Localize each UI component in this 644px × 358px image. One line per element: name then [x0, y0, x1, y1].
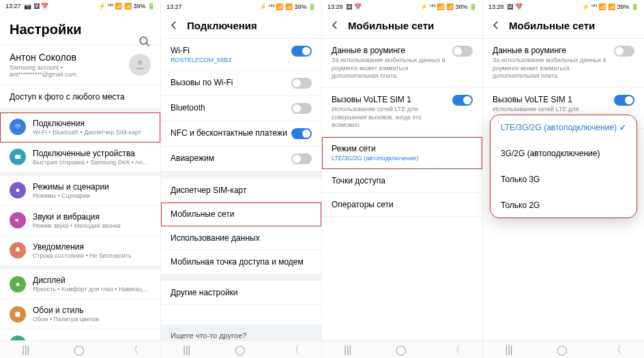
svg-rect-3: [15, 155, 20, 159]
roaming-toggle[interactable]: [452, 46, 473, 57]
roaming-toggle[interactable]: [614, 46, 634, 57]
screen-settings: 13:27 📷 🖼 📅 ⚡ ᴴᴰ 📶 📶 39% 🔋 Настройки Ант…: [0, 0, 161, 358]
status-right: ⚡ ᴴᴰ 📶 📶 39% 🔋: [98, 3, 155, 10]
row-network-mode[interactable]: Режим сетиLTE/3G/2G (автоподключение): [322, 137, 482, 169]
nav-home-icon[interactable]: ◯: [235, 344, 246, 355]
profile-name: Антон Соколов: [10, 52, 129, 63]
row-roaming[interactable]: Данные в роумингеЗа использование мобиль…: [322, 39, 482, 88]
wifi-icon: [10, 119, 26, 135]
page-title: Подключения: [187, 20, 257, 31]
screen-mobile-networks: 13:29 🖼 📅 ⚡ ᴴᴰ 📶 📶 38% 🔋 Мобильные сети …: [322, 0, 483, 358]
row-display[interactable]: ДисплейЯркость • Комфорт для глаз • Нави…: [0, 269, 160, 299]
check-icon: ✓: [619, 123, 626, 132]
option-lte-3g-2g[interactable]: LTE/3G/2G (автоподключение) ✓: [490, 115, 637, 140]
row-airplane[interactable]: Авиарежим: [161, 147, 321, 172]
back-icon[interactable]: [168, 19, 180, 31]
svg-point-4: [16, 189, 20, 192]
nav-home-icon[interactable]: ◯: [557, 344, 568, 355]
status-bar: 13:27 📷 🖼 📅 ⚡ ᴴᴰ 📶 📶 39% 🔋: [0, 0, 160, 11]
row-bluetooth[interactable]: Bluetooth: [161, 96, 321, 121]
volte-toggle[interactable]: [452, 95, 473, 106]
svg-line-1: [146, 43, 149, 46]
nav-recent-icon[interactable]: |||: [506, 344, 513, 355]
row-data-usage[interactable]: Использование данных: [161, 226, 321, 250]
status-time: 13:27: [5, 3, 21, 10]
profile-row[interactable]: Антон Соколов Samsung account • ant*****…: [0, 45, 160, 85]
wifi-toggle[interactable]: [291, 46, 312, 57]
row-operators[interactable]: Операторы сети: [322, 193, 482, 217]
photo-access-row[interactable]: Доступ к фото с любого места: [0, 85, 160, 109]
row-access-points[interactable]: Точки доступа: [322, 169, 482, 193]
devices-icon: [10, 149, 26, 165]
row-modes[interactable]: Режимы и сценарииРежимы • Сценарии: [0, 176, 160, 206]
nav-back-icon[interactable]: 〈: [129, 344, 138, 356]
row-wifi-calling[interactable]: Вызовы по Wi-Fi: [161, 71, 321, 96]
avatar: [129, 54, 151, 76]
svg-point-0: [140, 37, 147, 44]
option-2g-only[interactable]: Только 2G: [490, 192, 637, 218]
nav-back-icon[interactable]: 〈: [290, 344, 299, 356]
status-bar: 13:29 🖼 📅 ⚡ ᴴᴰ 📶 📶 38% 🔋: [322, 0, 482, 12]
page-title: Настройки: [10, 22, 151, 38]
nav-recent-icon[interactable]: |||: [344, 344, 351, 355]
search-icon[interactable]: [138, 35, 151, 48]
row-wifi[interactable]: Wi-Fi ROSTELECOM_58B2: [161, 39, 321, 71]
back-icon[interactable]: [329, 19, 341, 31]
back-icon[interactable]: [490, 19, 502, 31]
nav-back-icon[interactable]: 〈: [612, 344, 621, 356]
bell-icon: [10, 242, 26, 258]
bt-toggle[interactable]: [291, 103, 312, 114]
nav-bar: ||| ◯ 〈: [0, 340, 160, 358]
nav-bar: ||| ◯ 〈: [483, 340, 644, 358]
row-connections[interactable]: ПодключенияWi-Fi • Bluetooth • Диспетчер…: [0, 113, 160, 143]
page-title: Мобильные сети: [509, 20, 595, 31]
svg-rect-6: [16, 312, 20, 316]
display-icon: [10, 276, 26, 293]
row-hotspot[interactable]: Мобильная точка доступа и модем: [161, 250, 321, 274]
nav-back-icon[interactable]: 〈: [451, 344, 460, 356]
row-nfc[interactable]: NFC и бесконтактные платежи: [161, 121, 321, 147]
nfc-toggle[interactable]: [291, 128, 312, 139]
page-title: Мобильные сети: [348, 20, 434, 31]
status-bar: 13:27 ⚡ ᴴᴰ 📶 📶 39% 🔋: [161, 0, 321, 12]
option-3g-2g[interactable]: 3G/2G (автоподключение): [490, 140, 637, 166]
status-bar: 13:28 🖼 📅 ⚡ ᴴᴰ 📶 📶 39% 🔋: [483, 0, 644, 12]
modes-icon: [10, 182, 26, 198]
row-sound[interactable]: Звуки и вибрацияРежим звука • Мелодия зв…: [0, 206, 160, 236]
row-roaming[interactable]: Данные в роумингеЗа использование мобиль…: [483, 39, 644, 88]
option-3g-only[interactable]: Только 3G: [490, 166, 637, 192]
profile-sub: Samsung account • ant**********@gmail.co…: [10, 64, 129, 78]
airplane-toggle[interactable]: [291, 153, 312, 164]
row-notifications[interactable]: УведомленияСтрока состояния • Не беспоко…: [0, 236, 160, 266]
wallpaper-icon: [10, 306, 26, 323]
row-volte[interactable]: Вызовы VoLTE SIM 1Использование сетей LT…: [322, 88, 482, 137]
row-sim-manager[interactable]: Диспетчер SIM-карт: [161, 179, 321, 203]
row-connected-devices[interactable]: Подключенные устройстваБыстрая отправка …: [0, 143, 160, 173]
svg-point-5: [16, 282, 20, 286]
screen-mobile-networks-popup: 13:28 🖼 📅 ⚡ ᴴᴰ 📶 📶 39% 🔋 Мобильные сети …: [483, 0, 644, 358]
network-mode-popup: LTE/3G/2G (автоподключение) ✓ 3G/2G (авт…: [490, 115, 637, 218]
volte-toggle[interactable]: [614, 95, 634, 106]
nav-bar: ||| ◯ 〈: [322, 340, 482, 358]
status-left-icons: 📷 🖼 📅: [24, 3, 48, 10]
row-mobile-networks[interactable]: Мобильные сети: [161, 203, 321, 226]
wificall-toggle[interactable]: [291, 78, 312, 89]
svg-point-2: [138, 60, 143, 65]
nav-recent-icon[interactable]: |||: [22, 344, 29, 355]
screen-connections: 13:27 ⚡ ᴴᴰ 📶 📶 39% 🔋 Подключения Wi-Fi R…: [161, 0, 322, 358]
nav-home-icon[interactable]: ◯: [74, 344, 85, 355]
row-other-settings[interactable]: Другие настройки: [161, 281, 321, 305]
row-wallpaper[interactable]: Обои и стильОбои • Палитра цветов: [0, 299, 160, 329]
nav-recent-icon[interactable]: |||: [183, 344, 190, 355]
nav-home-icon[interactable]: ◯: [396, 344, 407, 355]
sound-icon: [10, 212, 26, 228]
nav-bar: ||| ◯ 〈: [161, 340, 321, 358]
